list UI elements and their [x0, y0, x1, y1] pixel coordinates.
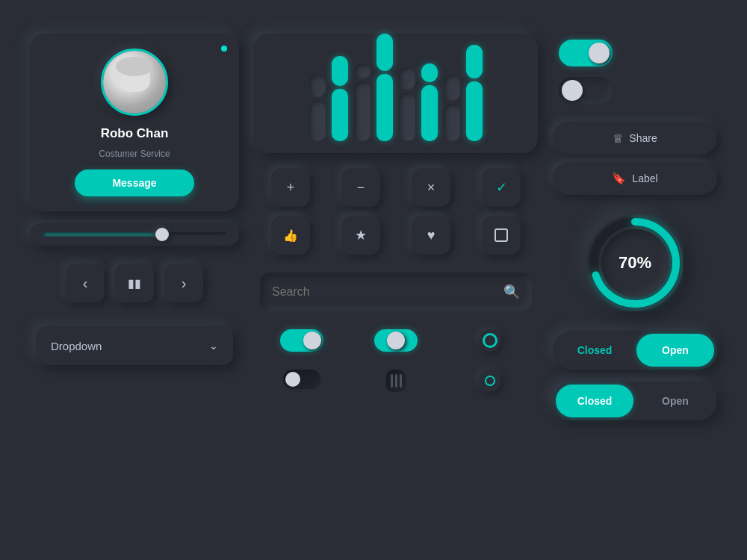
bar-segment-cyan — [466, 45, 483, 78]
share-button[interactable]: ♕ Share — [553, 122, 717, 155]
progress-ring-container: 70% — [553, 207, 717, 319]
chevron-down-icon: ⌄ — [209, 340, 218, 352]
prev-button[interactable]: ‹ — [66, 264, 105, 302]
star-icon: ★ — [355, 227, 367, 243]
label-text: Label — [632, 172, 657, 184]
bar-4 — [376, 34, 393, 141]
bar-segment — [444, 75, 460, 101]
check-button[interactable]: ✓ — [482, 168, 521, 207]
bar-segment-cyan — [376, 34, 393, 71]
check-icon: ✓ — [496, 179, 507, 196]
toggle-knob-off-sm — [285, 372, 300, 387]
vert-slider-container — [354, 370, 438, 392]
toggle-on-container — [260, 329, 344, 352]
search-bar[interactable]: 🔍 — [260, 273, 532, 311]
toggle-knob-large-off — [562, 80, 583, 101]
plus-button[interactable]: + — [271, 168, 310, 207]
bar-segment — [309, 75, 326, 97]
dropdown-container: Dropdown ⌄ — [30, 320, 239, 371]
next-icon: › — [182, 275, 187, 292]
bar-segment — [309, 100, 326, 141]
media-controls: ‹ ▮▮ › — [30, 258, 239, 308]
minus-icon: − — [357, 180, 365, 196]
bar-segment-cyan — [421, 63, 438, 82]
bar-2 — [332, 56, 348, 141]
bar-segment — [354, 81, 371, 141]
left-column: Robo Chan Costumer Service Message ‹ ▮▮ … — [30, 34, 239, 446]
segmented-control-1[interactable]: Closed Open — [553, 331, 717, 370]
toggle-circle[interactable] — [479, 329, 501, 352]
progress-ring: 70% — [586, 214, 684, 311]
thumbsup-icon: 👍 — [283, 228, 298, 243]
thumbsup-button[interactable]: 👍 — [271, 216, 310, 255]
vert-slider[interactable] — [386, 370, 406, 392]
search-container: 🔍 — [260, 273, 532, 311]
bar-segment-cyan — [466, 81, 483, 141]
toggle-knob-on — [303, 332, 321, 349]
toggle-half[interactable] — [374, 329, 418, 352]
seg1-option-open[interactable]: Open — [636, 334, 714, 367]
toggle-off-sm[interactable] — [283, 370, 320, 389]
avatar — [101, 49, 168, 116]
share-icon: ♕ — [613, 131, 623, 146]
toggle-circle-container — [448, 329, 532, 352]
slider-track[interactable] — [42, 232, 227, 237]
bar-segment-cyan — [376, 74, 393, 141]
toggle-row-2 — [254, 367, 538, 395]
share-label: Share — [629, 132, 657, 144]
close-icon: × — [427, 180, 436, 196]
profile-name: Robo Chan — [101, 126, 169, 141]
plus-icon: + — [287, 180, 295, 196]
bar-segment-cyan — [332, 56, 348, 86]
close-button[interactable]: × — [412, 168, 450, 207]
bar-8 — [466, 45, 483, 141]
profile-card: Robo Chan Costumer Service Message — [30, 34, 239, 211]
segmented-control-2[interactable]: Closed Open — [553, 382, 717, 420]
toggle-large-on[interactable] — [559, 40, 613, 66]
bar-chart — [254, 34, 538, 153]
avatar-image — [103, 51, 166, 113]
toggle-large-off[interactable] — [559, 77, 613, 104]
seg2-option-open[interactable]: Open — [636, 385, 714, 417]
seg1-option-closed[interactable]: Closed — [556, 334, 633, 367]
minus-button[interactable]: − — [341, 168, 380, 207]
knob-inner — [485, 376, 495, 386]
bar-7 — [444, 75, 460, 141]
bar-5 — [399, 67, 415, 141]
ring-inner: 70% — [601, 229, 669, 296]
pause-icon: ▮▮ — [128, 276, 141, 290]
dropdown-label: Dropdown — [51, 340, 102, 352]
toggle-knob-large-on — [589, 43, 610, 63]
toggle-knob-half — [387, 332, 405, 349]
slider-thumb[interactable] — [155, 228, 169, 241]
toggle-half-container — [354, 329, 438, 352]
message-button[interactable]: Message — [75, 169, 193, 196]
profile-role: Costumer Service — [99, 149, 170, 159]
search-icon: 🔍 — [503, 284, 520, 300]
next-button[interactable]: › — [164, 264, 203, 302]
knob-container — [448, 370, 532, 392]
bar-segment — [354, 63, 371, 78]
top-toggles — [553, 34, 717, 110]
label-button[interactable]: 🔖 Label — [553, 162, 717, 195]
bar-segment — [444, 104, 460, 141]
right-column: ♕ Share 🔖 Label 70% Closed O — [553, 34, 717, 446]
bar-segment — [399, 93, 415, 141]
bar-3 — [354, 63, 371, 141]
heart-button[interactable]: ♥ — [412, 216, 450, 255]
square-button[interactable] — [482, 216, 521, 255]
bookmark-icon: 🔖 — [612, 172, 626, 185]
pause-button[interactable]: ▮▮ — [115, 264, 154, 302]
bar-1 — [309, 75, 326, 141]
dropdown-button[interactable]: Dropdown ⌄ — [36, 326, 233, 365]
toggle-off-sm-container — [260, 370, 344, 392]
rotary-knob[interactable] — [479, 370, 501, 392]
seg2-option-closed[interactable]: Closed — [556, 385, 633, 417]
action-buttons: ♕ Share 🔖 Label — [553, 122, 717, 195]
toggle-on[interactable] — [280, 329, 323, 352]
progress-value: 70% — [619, 253, 651, 273]
online-indicator — [221, 46, 227, 52]
search-input[interactable] — [272, 285, 496, 299]
icon-button-grid: + − × ✓ 👍 ★ ♥ — [254, 165, 538, 258]
star-button[interactable]: ★ — [341, 216, 380, 255]
